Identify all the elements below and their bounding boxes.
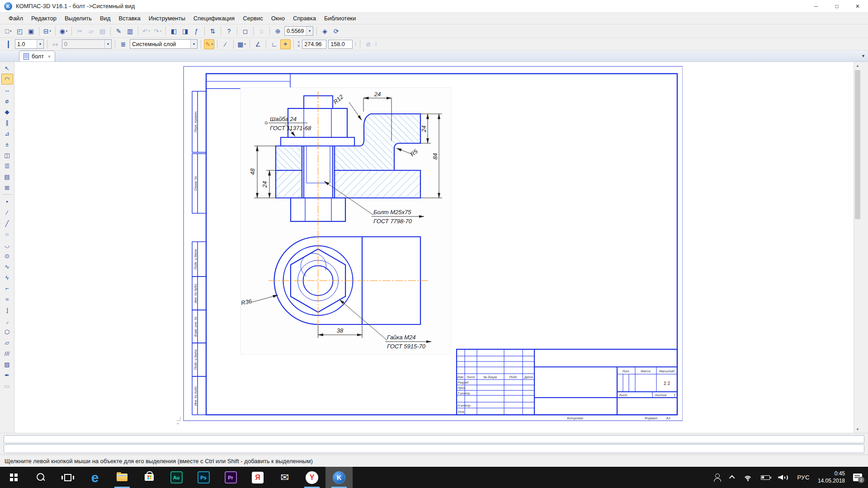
fillet-tool[interactable]: ◞ xyxy=(1,315,13,326)
dimensions-panel[interactable]: ↔ xyxy=(1,84,13,95)
zoom-auto-button[interactable]: ◌ xyxy=(256,26,267,36)
task-view-button[interactable] xyxy=(54,467,81,488)
new-document-button[interactable]: □▾ xyxy=(3,26,14,36)
hatch-strokes-tool[interactable]: /// xyxy=(1,348,13,359)
photoshop-icon[interactable]: Ps xyxy=(190,467,217,488)
selection-tool[interactable]: ↖ xyxy=(1,63,13,74)
zoom-scale-combo[interactable]: 0.5569▾ xyxy=(284,26,313,36)
menu-item[interactable]: Спецификация xyxy=(189,14,239,23)
save-button[interactable]: ▣ xyxy=(26,26,36,36)
cut-button[interactable]: ✂ xyxy=(75,26,85,36)
menu-item[interactable]: Инструменты xyxy=(145,14,189,23)
network-icon[interactable] xyxy=(739,467,757,488)
spec-editor-button[interactable]: ▥ xyxy=(125,26,135,36)
local-csys-button[interactable]: ∠ xyxy=(253,39,263,49)
polygon-tool[interactable]: ⬡ xyxy=(1,326,13,337)
close-button[interactable]: ✕ xyxy=(847,0,868,12)
menu-item[interactable]: Справка xyxy=(289,14,320,23)
context-help-button[interactable]: ? xyxy=(224,26,234,36)
volume-icon[interactable] xyxy=(774,467,793,488)
clock[interactable]: 0:4514.05.2018 xyxy=(814,467,849,488)
editing-panel[interactable]: ◆ xyxy=(1,106,13,117)
pen-style-button[interactable]: ✎▾ xyxy=(204,39,214,49)
undo-button[interactable]: ↶▾ xyxy=(141,26,151,36)
refresh-image-button[interactable]: ⟳ xyxy=(331,26,341,36)
spline-tool[interactable]: ∿ xyxy=(1,261,13,272)
store-icon[interactable] xyxy=(136,467,163,488)
minimize-button[interactable]: ─ xyxy=(806,0,826,12)
maximize-button[interactable]: □ xyxy=(826,0,847,12)
tab-list-dropdown-icon[interactable]: ▼ xyxy=(861,54,865,58)
selection-panel[interactable]: ± xyxy=(1,139,13,150)
menu-item[interactable]: Редактор xyxy=(27,14,61,23)
start-button[interactable] xyxy=(0,467,27,488)
layer-combo[interactable]: Системный слой▾ xyxy=(130,39,198,49)
polyline-tool[interactable]: ⌐ xyxy=(1,283,13,294)
reports-panel[interactable]: ▤ xyxy=(1,171,13,182)
snap-button[interactable]: ⌖ xyxy=(280,39,291,49)
insert-panel[interactable]: ⊞ xyxy=(1,182,13,193)
offset-tool[interactable]: ▱ xyxy=(1,337,13,348)
notification-center[interactable]: 2 xyxy=(849,467,866,488)
toolbar-grip[interactable]: ⁞ xyxy=(355,42,356,47)
menu-item[interactable]: Вид xyxy=(96,14,115,23)
menu-item[interactable]: Вставка xyxy=(114,14,144,23)
file-explorer-icon[interactable] xyxy=(108,467,136,488)
scroll-up-icon[interactable]: ▲ xyxy=(854,62,861,69)
coord-x-field[interactable]: 274.96 xyxy=(302,40,326,49)
variables-button[interactable]: ƒ xyxy=(191,26,202,36)
tab-close-icon[interactable]: × xyxy=(48,54,51,59)
scrollbar-thumb[interactable] xyxy=(855,70,860,219)
search-button[interactable] xyxy=(27,467,54,488)
zoom-in-button[interactable]: ⊕ xyxy=(273,26,283,36)
measure-panel[interactable]: ⊿ xyxy=(1,128,13,139)
step-combo[interactable]: 0▾ xyxy=(62,39,112,49)
slant-button[interactable]: ∕ xyxy=(220,39,231,49)
curve-tool[interactable]: ≈ xyxy=(1,294,13,305)
zoom-by-frame-button[interactable]: ◻ xyxy=(240,26,250,36)
arc-tool[interactable]: ◡ xyxy=(1,239,13,250)
edge-icon[interactable]: e xyxy=(81,467,108,488)
ellipse-tool[interactable]: ⊙ xyxy=(1,250,13,261)
menu-item[interactable]: Файл xyxy=(5,14,27,23)
line-weight-combo-arrow-icon[interactable]: ▾ xyxy=(37,40,43,48)
parameterization-panel[interactable]: ∥ xyxy=(1,117,13,128)
mail-icon[interactable]: ✉ xyxy=(271,467,298,488)
vertical-scrollbar[interactable]: ▲ ▼ xyxy=(854,62,861,433)
layers-icon[interactable]: ≣ xyxy=(118,39,128,49)
style-copy-tool[interactable]: ✒ xyxy=(1,370,13,380)
grid-button[interactable]: ▦▾ xyxy=(236,39,247,49)
copy-properties-button[interactable]: ✎ xyxy=(113,26,124,36)
aux-line-tool[interactable]: ⁄ xyxy=(1,207,13,218)
tab-bolt[interactable]: болт × xyxy=(19,51,55,61)
paste-button[interactable]: ▤ xyxy=(97,26,108,36)
battery-icon[interactable] xyxy=(757,467,774,488)
yandex-app-icon[interactable]: Я xyxy=(244,467,271,488)
geometry-panel[interactable]: ◠ xyxy=(1,74,13,84)
menu-item[interactable]: Библиотеки xyxy=(320,14,360,23)
drawing-sheet[interactable]: Перв. примен. Справ. № Подп. и дата Инв.… xyxy=(175,63,683,424)
menu-item[interactable]: Окно xyxy=(267,14,289,23)
spec-panel[interactable]: ☰ xyxy=(1,160,13,171)
copy-button[interactable]: ▱ xyxy=(86,26,96,36)
toolbar-grip[interactable]: ⁞ xyxy=(375,42,377,47)
preview-button[interactable]: ◉▾ xyxy=(58,26,69,36)
pan-button[interactable]: ◈ xyxy=(320,26,330,36)
designations-panel[interactable]: ⌀ xyxy=(1,95,13,106)
step-combo-arrow-icon[interactable]: ▾ xyxy=(104,40,111,48)
change-order-button[interactable]: ⇅ xyxy=(208,26,218,36)
segment-tool[interactable]: ╱ xyxy=(1,218,13,229)
property-bar[interactable] xyxy=(4,435,864,443)
print-button[interactable]: ⊟▾ xyxy=(42,26,52,36)
hidden-icons-chevron[interactable] xyxy=(726,467,739,488)
chamfer-tool[interactable]: ⌋ xyxy=(1,305,13,315)
language-indicator[interactable]: РУС xyxy=(793,467,814,488)
line-weight-icon[interactable]: ┃ xyxy=(3,39,14,49)
premiere-icon[interactable]: Pr xyxy=(217,467,244,488)
audition-icon[interactable]: Au xyxy=(163,467,190,488)
plan-view[interactable] xyxy=(269,231,428,330)
menu-item[interactable]: Выделить xyxy=(61,14,96,23)
circle-tool[interactable]: ○ xyxy=(1,229,13,239)
yandex-browser-icon[interactable]: Y xyxy=(298,467,326,488)
ortho-button[interactable]: ∟ xyxy=(269,39,279,49)
